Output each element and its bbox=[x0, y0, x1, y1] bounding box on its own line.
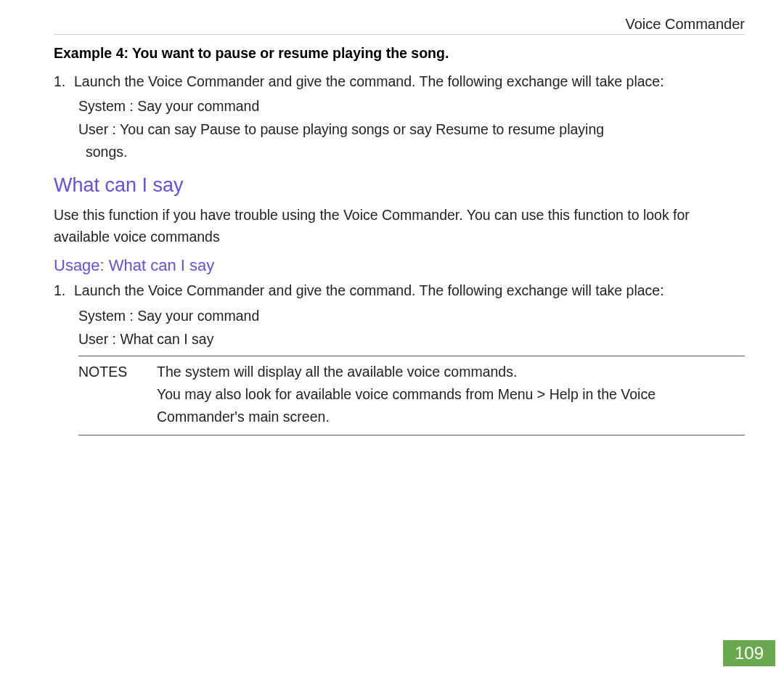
usage-step-1: 1. Launch the Voice Commander and give t… bbox=[54, 279, 745, 301]
usage-system-line: System : Say your command bbox=[54, 305, 745, 327]
header-title: Voice Commander bbox=[625, 16, 745, 33]
example4-step-1: 1. Launch the Voice Commander and give t… bbox=[54, 70, 745, 92]
list-marker: 1. bbox=[54, 279, 74, 301]
document-page: Voice Commander Example 4: You want to p… bbox=[0, 0, 784, 435]
notes-label: NOTES bbox=[78, 361, 157, 429]
notes-line-1: The system will display all the availabl… bbox=[157, 364, 517, 380]
usage-user-line: User : What can I say bbox=[54, 328, 745, 350]
example-4-title: Example 4: You want to pause or resume p… bbox=[54, 45, 745, 62]
notes-line-2: You may also look for available voice co… bbox=[157, 386, 656, 425]
user-line-2: songs. bbox=[78, 141, 745, 163]
example4-system-line: System : Say your command bbox=[54, 95, 745, 117]
user-line-1: User : You can say Pause to pause playin… bbox=[78, 121, 604, 137]
heading-what-can-i-say: What can I say bbox=[54, 174, 745, 197]
page-header: Voice Commander bbox=[54, 16, 745, 35]
notes-body: The system will display all the availabl… bbox=[157, 361, 745, 429]
page-number-badge: 109 bbox=[723, 640, 775, 666]
step-text: Launch the Voice Commander and give the … bbox=[74, 279, 745, 301]
heading-usage-what-can-i-say: Usage: What can I say bbox=[54, 256, 745, 275]
example4-user-line: User : You can say Pause to pause playin… bbox=[54, 118, 745, 162]
what-can-i-say-paragraph: Use this function if you have trouble us… bbox=[54, 204, 745, 248]
step-text: Launch the Voice Commander and give the … bbox=[74, 70, 745, 92]
list-marker: 1. bbox=[54, 70, 74, 92]
notes-block: NOTES The system will display all the av… bbox=[78, 356, 745, 435]
